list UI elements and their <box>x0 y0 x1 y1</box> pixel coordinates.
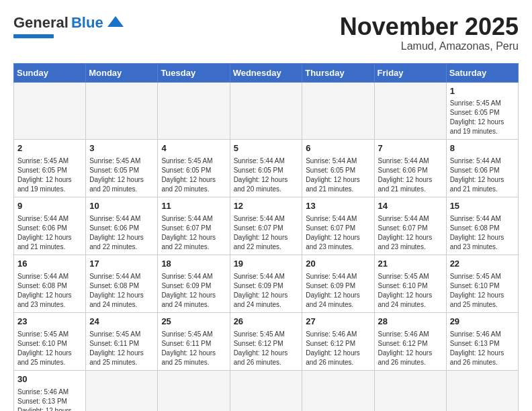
page-header: General Blue November 2025 Lamud, Amazon… <box>13 13 519 52</box>
calendar-day-cell: 20Sunrise: 5:44 AM Sunset: 6:09 PM Dayli… <box>302 255 374 313</box>
day-number: 30 <box>17 373 82 386</box>
day-number: 17 <box>89 258 154 271</box>
page-title: November 2025 <box>340 13 519 40</box>
calendar-day-cell: 19Sunrise: 5:44 AM Sunset: 6:09 PM Dayli… <box>230 255 302 313</box>
day-info: Sunrise: 5:45 AM Sunset: 6:12 PM Dayligh… <box>234 330 299 367</box>
day-number: 24 <box>89 316 154 328</box>
logo-bar <box>13 34 54 38</box>
day-number: 20 <box>306 258 370 271</box>
calendar-day-cell <box>158 370 230 411</box>
day-info: Sunrise: 5:46 AM Sunset: 6:12 PM Dayligh… <box>378 330 443 367</box>
calendar-day-cell: 14Sunrise: 5:44 AM Sunset: 6:07 PM Dayli… <box>374 197 446 255</box>
calendar-week-row: 16Sunrise: 5:44 AM Sunset: 6:08 PM Dayli… <box>14 255 519 313</box>
calendar-day-cell: 4Sunrise: 5:45 AM Sunset: 6:05 PM Daylig… <box>158 140 230 197</box>
day-info: Sunrise: 5:45 AM Sunset: 6:10 PM Dayligh… <box>17 330 82 367</box>
calendar-week-row: 30Sunrise: 5:46 AM Sunset: 6:13 PM Dayli… <box>14 370 519 411</box>
calendar-day-cell: 23Sunrise: 5:45 AM Sunset: 6:10 PM Dayli… <box>14 312 86 370</box>
day-number: 4 <box>161 142 226 155</box>
calendar-day-cell: 9Sunrise: 5:44 AM Sunset: 6:06 PM Daylig… <box>14 197 86 255</box>
calendar-week-row: 2Sunrise: 5:45 AM Sunset: 6:05 PM Daylig… <box>14 140 519 197</box>
calendar-week-row: 9Sunrise: 5:44 AM Sunset: 6:06 PM Daylig… <box>14 197 519 255</box>
calendar-day-cell: 3Sunrise: 5:45 AM Sunset: 6:05 PM Daylig… <box>86 140 158 197</box>
day-number: 29 <box>450 316 515 328</box>
day-number: 1 <box>450 85 515 98</box>
day-number: 16 <box>17 258 82 271</box>
day-number: 19 <box>234 258 299 271</box>
day-info: Sunrise: 5:45 AM Sunset: 6:10 PM Dayligh… <box>378 272 443 310</box>
day-number: 13 <box>306 200 370 213</box>
day-number: 21 <box>378 258 443 271</box>
calendar-day-cell: 2Sunrise: 5:45 AM Sunset: 6:05 PM Daylig… <box>14 140 86 197</box>
weekday-header: Wednesday <box>230 63 302 82</box>
day-number: 27 <box>306 316 370 328</box>
calendar-day-cell <box>230 82 302 140</box>
day-number: 2 <box>17 142 82 155</box>
calendar-day-cell: 10Sunrise: 5:44 AM Sunset: 6:06 PM Dayli… <box>86 197 158 255</box>
day-number: 23 <box>17 316 82 328</box>
day-info: Sunrise: 5:44 AM Sunset: 6:06 PM Dayligh… <box>89 214 154 252</box>
calendar-day-cell: 27Sunrise: 5:46 AM Sunset: 6:12 PM Dayli… <box>302 312 374 370</box>
day-info: Sunrise: 5:44 AM Sunset: 6:09 PM Dayligh… <box>306 272 370 310</box>
calendar-day-cell <box>86 370 158 411</box>
day-number: 25 <box>161 316 226 328</box>
calendar-day-cell <box>86 82 158 140</box>
day-info: Sunrise: 5:44 AM Sunset: 6:09 PM Dayligh… <box>161 272 226 310</box>
svg-marker-0 <box>107 16 124 27</box>
calendar-day-cell <box>14 82 86 140</box>
day-info: Sunrise: 5:44 AM Sunset: 6:06 PM Dayligh… <box>378 156 443 194</box>
day-info: Sunrise: 5:44 AM Sunset: 6:09 PM Dayligh… <box>234 272 299 310</box>
weekday-header: Sunday <box>14 63 86 82</box>
weekday-header: Saturday <box>446 63 518 82</box>
day-number: 6 <box>306 142 370 155</box>
day-info: Sunrise: 5:44 AM Sunset: 6:05 PM Dayligh… <box>306 156 370 194</box>
day-info: Sunrise: 5:44 AM Sunset: 6:05 PM Dayligh… <box>234 156 299 194</box>
calendar-day-cell: 6Sunrise: 5:44 AM Sunset: 6:05 PM Daylig… <box>302 140 374 197</box>
calendar-day-cell <box>302 82 374 140</box>
calendar-day-cell <box>302 370 374 411</box>
day-number: 11 <box>161 200 226 213</box>
calendar-day-cell <box>374 82 446 140</box>
day-info: Sunrise: 5:46 AM Sunset: 6:13 PM Dayligh… <box>17 387 82 411</box>
calendar-day-cell: 30Sunrise: 5:46 AM Sunset: 6:13 PM Dayli… <box>14 370 86 411</box>
calendar-header-row: SundayMondayTuesdayWednesdayThursdayFrid… <box>14 63 519 82</box>
calendar-day-cell: 13Sunrise: 5:44 AM Sunset: 6:07 PM Dayli… <box>302 197 374 255</box>
calendar-day-cell <box>446 370 518 411</box>
weekday-header: Friday <box>374 63 446 82</box>
calendar-day-cell: 7Sunrise: 5:44 AM Sunset: 6:06 PM Daylig… <box>374 140 446 197</box>
weekday-header: Monday <box>86 63 158 82</box>
day-info: Sunrise: 5:45 AM Sunset: 6:05 PM Dayligh… <box>17 156 82 194</box>
day-number: 26 <box>234 316 299 328</box>
calendar-day-cell: 21Sunrise: 5:45 AM Sunset: 6:10 PM Dayli… <box>374 255 446 313</box>
calendar-day-cell: 17Sunrise: 5:44 AM Sunset: 6:08 PM Dayli… <box>86 255 158 313</box>
day-number: 12 <box>234 200 299 213</box>
calendar-day-cell <box>374 370 446 411</box>
day-number: 28 <box>378 316 443 328</box>
day-number: 8 <box>450 142 515 155</box>
day-number: 5 <box>234 142 299 155</box>
calendar-day-cell: 28Sunrise: 5:46 AM Sunset: 6:12 PM Dayli… <box>374 312 446 370</box>
day-info: Sunrise: 5:46 AM Sunset: 6:12 PM Dayligh… <box>306 330 370 367</box>
day-number: 9 <box>17 200 82 213</box>
calendar-day-cell: 1Sunrise: 5:45 AM Sunset: 6:05 PM Daylig… <box>446 82 518 140</box>
day-info: Sunrise: 5:45 AM Sunset: 6:11 PM Dayligh… <box>161 330 226 367</box>
calendar-day-cell <box>158 82 230 140</box>
weekday-header: Thursday <box>302 63 374 82</box>
calendar-day-cell: 25Sunrise: 5:45 AM Sunset: 6:11 PM Dayli… <box>158 312 230 370</box>
calendar-day-cell: 29Sunrise: 5:46 AM Sunset: 6:13 PM Dayli… <box>446 312 518 370</box>
day-info: Sunrise: 5:44 AM Sunset: 6:08 PM Dayligh… <box>89 272 154 310</box>
day-info: Sunrise: 5:44 AM Sunset: 6:06 PM Dayligh… <box>17 214 82 252</box>
day-number: 7 <box>378 142 443 155</box>
title-block: November 2025 Lamud, Amazonas, Peru <box>340 13 519 52</box>
day-info: Sunrise: 5:45 AM Sunset: 6:05 PM Dayligh… <box>89 156 154 194</box>
calendar-day-cell: 11Sunrise: 5:44 AM Sunset: 6:07 PM Dayli… <box>158 197 230 255</box>
calendar-day-cell: 5Sunrise: 5:44 AM Sunset: 6:05 PM Daylig… <box>230 140 302 197</box>
day-info: Sunrise: 5:45 AM Sunset: 6:10 PM Dayligh… <box>450 272 515 310</box>
calendar-day-cell: 26Sunrise: 5:45 AM Sunset: 6:12 PM Dayli… <box>230 312 302 370</box>
calendar-week-row: 1Sunrise: 5:45 AM Sunset: 6:05 PM Daylig… <box>14 82 519 140</box>
day-info: Sunrise: 5:44 AM Sunset: 6:08 PM Dayligh… <box>17 272 82 310</box>
page-subtitle: Lamud, Amazonas, Peru <box>340 40 519 52</box>
day-number: 14 <box>378 200 443 213</box>
calendar-day-cell: 16Sunrise: 5:44 AM Sunset: 6:08 PM Dayli… <box>14 255 86 313</box>
calendar-day-cell: 15Sunrise: 5:44 AM Sunset: 6:08 PM Dayli… <box>446 197 518 255</box>
logo-text-general: General <box>13 15 69 31</box>
